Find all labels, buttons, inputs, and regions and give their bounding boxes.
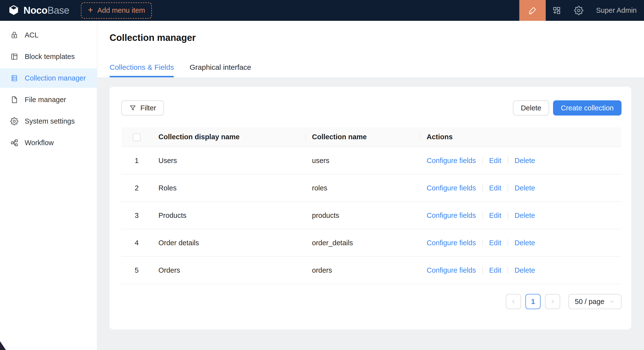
cell-display-name: Order details (152, 229, 306, 256)
cell-display-name: Products (152, 202, 306, 229)
row-index: 3 (121, 202, 152, 229)
sidebar-item-label: Collection manager (25, 74, 86, 82)
delete-link[interactable]: Delete (514, 184, 535, 192)
cell-display-name: Users (152, 147, 306, 174)
app-root: NocoBase + Add menu item (0, 0, 644, 350)
delete-link[interactable]: Delete (514, 266, 535, 274)
edit-link[interactable]: Edit (489, 211, 502, 220)
action-divider (482, 184, 483, 192)
page-content: Filter Delete Create collection Coll (97, 77, 644, 350)
pagination: 1 50 / page (121, 294, 622, 309)
filter-funnel-icon (129, 104, 136, 112)
header-actions: Super Admin (519, 0, 644, 21)
row-index: 1 (121, 147, 152, 174)
cell-name: users (306, 147, 420, 174)
create-collection-button[interactable]: Create collection (553, 100, 622, 116)
table-row: 4 Order details order_details Configure … (121, 229, 622, 256)
sidebar-item-system-settings[interactable]: System settings (0, 111, 97, 131)
configure-fields-link[interactable]: Configure fields (427, 157, 476, 165)
sidebar-item-workflow[interactable]: Workflow (0, 133, 97, 152)
gear-icon (574, 6, 583, 15)
edit-link[interactable]: Edit (489, 157, 502, 165)
pagination-page-1[interactable]: 1 (526, 294, 540, 309)
app-header: NocoBase + Add menu item (0, 0, 644, 21)
gear-icon (10, 117, 18, 125)
sidebar-item-acl[interactable]: ACL (0, 25, 97, 45)
layout-icon (10, 53, 18, 61)
page-header: Collection manager Collections & Fields … (97, 21, 644, 77)
page-title: Collection manager (110, 33, 644, 43)
file-icon (10, 96, 18, 104)
collections-table: Collection display name Collection name … (121, 127, 622, 284)
edit-link[interactable]: Edit (489, 239, 502, 247)
edit-link[interactable]: Edit (489, 184, 502, 192)
tab-collections-fields[interactable]: Collections & Fields (110, 63, 174, 77)
cell-name: products (306, 202, 420, 229)
delete-button[interactable]: Delete (513, 100, 549, 116)
sidebar-item-label: Block templates (25, 53, 75, 61)
select-all-checkbox[interactable] (133, 133, 140, 141)
row-actions: Configure fields Edit Delete (427, 184, 622, 192)
row-index: 2 (121, 174, 152, 202)
cell-display-name: Orders (152, 256, 306, 284)
delete-link[interactable]: Delete (514, 239, 535, 247)
app-shell: ACL Block templates Collection manager (0, 21, 644, 350)
partition-icon (10, 139, 18, 147)
ui-editor-button[interactable] (519, 0, 546, 21)
tab-bar: Collections & Fields Graphical interface (110, 63, 644, 77)
filter-button[interactable]: Filter (121, 100, 164, 116)
row-actions: Configure fields Edit Delete (427, 239, 622, 247)
column-header-name: Collection name (306, 127, 420, 147)
column-header-actions: Actions (420, 127, 622, 147)
row-actions: Configure fields Edit Delete (427, 266, 622, 274)
sidebar-item-label: System settings (25, 117, 75, 125)
pagination-next-button[interactable] (545, 294, 560, 309)
sidebar: ACL Block templates Collection manager (0, 21, 97, 350)
action-divider (482, 239, 483, 246)
action-divider (482, 212, 483, 219)
sidebar-item-label: Workflow (25, 139, 54, 147)
action-divider (508, 239, 508, 246)
cell-display-name: Roles (152, 174, 306, 202)
configure-fields-link[interactable]: Configure fields (427, 184, 476, 192)
card-toolbar: Filter Delete Create collection (121, 100, 622, 116)
configure-fields-link[interactable]: Configure fields (427, 266, 476, 274)
add-menu-item-label: Add menu item (97, 6, 145, 15)
toolbar-right: Delete Create collection (513, 100, 622, 116)
user-menu[interactable]: Super Admin (590, 6, 644, 15)
cell-name: orders (306, 256, 420, 284)
sidebar-item-block-templates[interactable]: Block templates (0, 47, 97, 66)
delete-link[interactable]: Delete (514, 211, 535, 220)
page-size-select[interactable]: 50 / page (568, 294, 622, 309)
action-divider (508, 212, 508, 219)
system-settings-button[interactable] (568, 0, 590, 21)
sidebar-item-label: ACL (25, 31, 38, 39)
nocobase-logo-icon (8, 5, 20, 17)
collections-card: Filter Delete Create collection Coll (110, 87, 631, 329)
plugins-button[interactable] (546, 0, 568, 21)
chevron-left-icon (510, 298, 516, 305)
configure-fields-link[interactable]: Configure fields (427, 239, 476, 247)
nocobase-logo[interactable]: NocoBase (0, 5, 69, 17)
sidebar-item-collection-manager[interactable]: Collection manager (0, 68, 97, 88)
tab-graphical-interface[interactable]: Graphical interface (190, 63, 251, 77)
add-menu-item-button[interactable]: + Add menu item (81, 3, 152, 19)
delete-link[interactable]: Delete (514, 157, 535, 165)
chevron-right-icon (550, 298, 556, 305)
edit-link[interactable]: Edit (489, 266, 502, 274)
main-area: Collection manager Collections & Fields … (97, 21, 644, 350)
table-row: 5 Orders orders Configure fields Edit De… (121, 256, 622, 284)
table-row: 1 Users users Configure fields Edit Dele… (121, 147, 622, 174)
database-icon (10, 74, 18, 82)
configure-fields-link[interactable]: Configure fields (427, 211, 476, 220)
sidebar-item-file-manager[interactable]: File manager (0, 90, 97, 109)
action-divider (482, 157, 483, 164)
row-index: 5 (121, 256, 152, 284)
appstore-add-icon (552, 6, 561, 15)
logo-text: NocoBase (24, 5, 69, 16)
cell-name: order_details (306, 229, 420, 256)
action-divider (482, 266, 483, 274)
action-divider (508, 157, 508, 164)
highlighter-icon (528, 6, 537, 15)
pagination-prev-button[interactable] (506, 294, 521, 309)
